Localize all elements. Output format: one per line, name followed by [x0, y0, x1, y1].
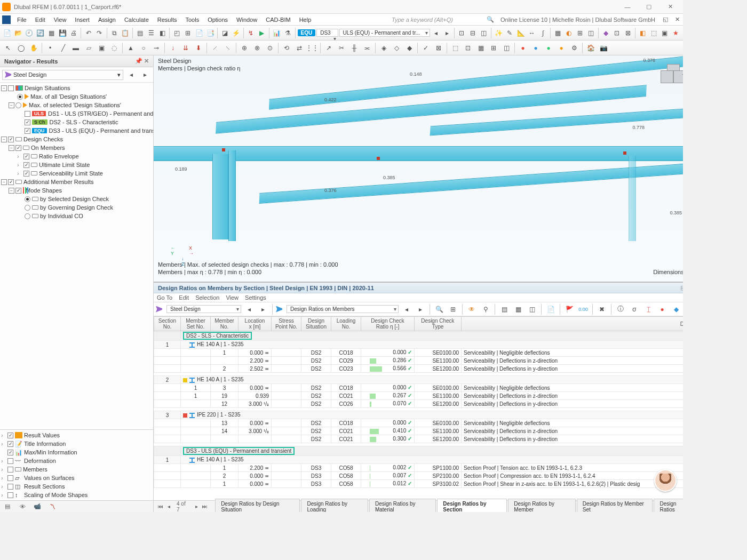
s5-icon[interactable]: ◫ — [500, 42, 512, 54]
tb-exp-icon[interactable]: 📄 — [545, 303, 557, 315]
new-icon[interactable]: 📄 — [2, 27, 12, 39]
tm-edit[interactable]: Edit — [179, 294, 189, 301]
calc-icon[interactable]: ▶ — [257, 27, 267, 39]
d2-icon[interactable]: ⟍ — [222, 42, 234, 54]
panel-detach-icon[interactable]: ◱ — [680, 284, 683, 291]
navigator-tree[interactable]: −Design Situations Max. of all 'Design S… — [0, 83, 153, 429]
maximize-button[interactable]: ▢ — [638, 1, 659, 13]
menu-options[interactable]: Options — [203, 15, 232, 24]
m1-icon[interactable]: ⊕ — [239, 42, 250, 54]
file-menu-icon[interactable] — [2, 15, 11, 24]
g1-icon[interactable]: ▦ — [553, 27, 563, 39]
xx-icon[interactable]: ⊠ — [433, 42, 444, 54]
surface-icon[interactable]: ▱ — [83, 42, 94, 54]
nav-prev-icon[interactable]: ◂ — [125, 69, 137, 81]
s3-icon[interactable]: ▦ — [475, 42, 487, 54]
opening-icon[interactable]: ◌ — [108, 42, 120, 54]
tb-col3-icon[interactable]: ◫ — [526, 303, 538, 315]
nl-icon[interactable]: ↓ — [167, 42, 179, 54]
menu-tools[interactable]: Tools — [181, 15, 203, 24]
pointer-icon[interactable]: ↖ — [2, 42, 14, 54]
result-tab[interactable]: Design Ratios by Section — [437, 499, 507, 512]
mir-icon[interactable]: ⇄ — [293, 42, 305, 54]
pin-icon[interactable]: 📌 ✕ — [135, 58, 149, 65]
menu-help[interactable]: Help — [295, 15, 316, 24]
s4-icon[interactable]: ⊞ — [488, 42, 499, 54]
home-icon[interactable]: 🏠 — [585, 42, 597, 54]
filter-icon[interactable]: ⚗ — [283, 27, 293, 39]
ch-icon[interactable]: ✓ — [420, 42, 432, 54]
tm-selection[interactable]: Selection — [195, 294, 219, 301]
g3-icon[interactable]: ⊞ — [575, 27, 585, 39]
open-icon[interactable]: 📂 — [13, 27, 23, 39]
b3-icon[interactable]: ⊠ — [623, 27, 633, 39]
arr-icon[interactable]: ⋮⋮ — [306, 42, 318, 54]
pg-prev-icon[interactable]: ◂ — [165, 503, 172, 509]
s1-icon[interactable]: ⬚ — [449, 42, 461, 54]
sigma-icon[interactable]: ∫ — [538, 27, 548, 39]
pg-first-icon[interactable]: ⏮ — [156, 503, 165, 509]
result-tab[interactable]: Design Ratios by Material — [369, 499, 436, 512]
recent-icon[interactable]: 🕘 — [25, 27, 35, 39]
tab-data-icon[interactable]: ▤ — [2, 502, 13, 511]
v1-icon[interactable]: ◈ — [378, 42, 390, 54]
mat-icon[interactable]: ▣ — [660, 27, 670, 39]
redo-icon[interactable]: ↷ — [94, 27, 105, 39]
t3-icon[interactable]: ◫ — [479, 27, 489, 39]
cam-icon[interactable]: 📷 — [598, 42, 609, 54]
case-combo[interactable]: ULS (EQU) - Permanent and tr... — [339, 29, 430, 37]
tab-views-icon[interactable]: 📹 — [32, 502, 43, 511]
magic-icon[interactable]: ✨ — [494, 27, 504, 39]
tb-dot-icon[interactable]: ● — [656, 303, 668, 315]
solid-icon[interactable]: ▣ — [96, 42, 107, 54]
grab-icon[interactable]: ✋ — [28, 42, 39, 54]
rot-icon[interactable]: ⟲ — [281, 42, 292, 54]
v3-icon[interactable]: ◆ — [403, 42, 415, 54]
nav-icon[interactable]: ☰ — [146, 27, 156, 39]
child-close-button[interactable]: ✕ — [671, 16, 683, 23]
ext-icon[interactable]: ↗ — [323, 42, 335, 54]
tb-col2-icon[interactable]: ▦ — [512, 303, 524, 315]
tt-prev-icon[interactable]: ◂ — [401, 303, 412, 315]
load-icon[interactable]: ↯ — [246, 27, 256, 39]
cube-icon[interactable]: ◧ — [638, 27, 648, 39]
nav-next-icon[interactable]: ▸ — [139, 69, 151, 81]
tb-clr-icon[interactable]: ✖ — [596, 303, 608, 315]
t1-icon[interactable]: ⊡ — [457, 27, 467, 39]
close-button[interactable]: ✕ — [659, 1, 681, 13]
paste-icon[interactable]: 📋 — [121, 27, 131, 39]
undo-icon[interactable]: ↶ — [83, 27, 93, 39]
co1-icon[interactable]: ● — [517, 42, 529, 54]
viewport-3d[interactable]: Steel Design Members | Design check rati… — [154, 55, 683, 282]
line-icon[interactable]: ╱ — [57, 42, 69, 54]
tt-next-icon[interactable]: ▸ — [415, 303, 426, 315]
tab-display-icon[interactable]: 👁 — [17, 502, 28, 511]
menu-view[interactable]: View — [50, 15, 71, 24]
co4-icon[interactable]: ● — [555, 42, 567, 54]
tb-col1-icon[interactable]: ▤ — [498, 303, 510, 315]
menu-assign[interactable]: Assign — [94, 15, 120, 24]
co2-icon[interactable]: ● — [530, 42, 542, 54]
tm-goto[interactable]: Go To — [157, 294, 172, 301]
b1-icon[interactable]: ◆ — [601, 27, 611, 39]
minimize-button[interactable]: — — [617, 1, 638, 13]
assistant-avatar[interactable] — [654, 469, 677, 492]
t2-icon[interactable]: ⊟ — [468, 27, 478, 39]
srf-icon[interactable]: ◪ — [220, 27, 230, 39]
tab-results-icon[interactable]: 〽 — [47, 502, 58, 511]
generate-icon[interactable]: ⚡ — [231, 27, 241, 39]
results-grid[interactable]: SectionNo. MemberSet No. MemberNo. Locat… — [154, 316, 683, 488]
menu-results[interactable]: Results — [153, 15, 181, 24]
tb-000-icon[interactable]: 0.00 — [577, 303, 589, 315]
newview-icon[interactable]: ◰ — [172, 27, 182, 39]
tb-xxx-icon[interactable]: ⚲ — [480, 303, 491, 315]
tb-w-icon[interactable]: ◆ — [670, 303, 682, 315]
brush-icon[interactable]: ✎ — [505, 27, 515, 39]
ml-icon[interactable]: ⇊ — [180, 42, 192, 54]
menu-window[interactable]: Window — [232, 15, 261, 24]
pg-next-icon[interactable]: ▸ — [193, 503, 200, 509]
radio-max-all[interactable] — [17, 94, 23, 100]
menu-calculate[interactable]: Calculate — [120, 15, 153, 24]
member-icon[interactable]: ▬ — [70, 42, 82, 54]
co3-icon[interactable]: ● — [543, 42, 554, 54]
